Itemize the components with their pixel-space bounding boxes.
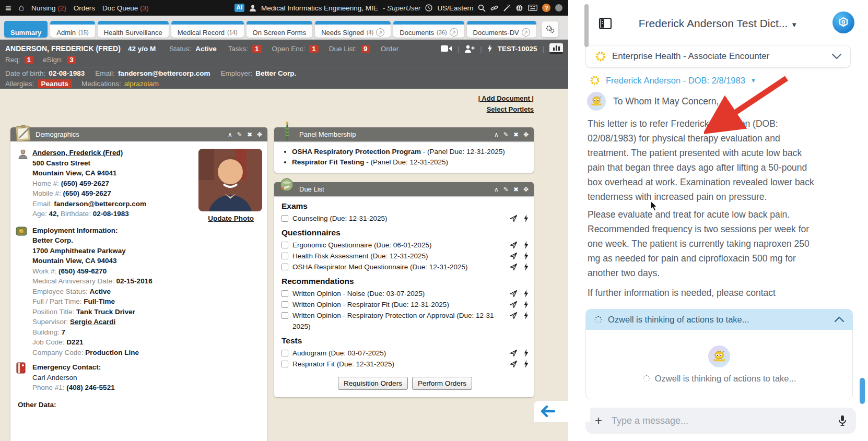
add-person-icon[interactable] bbox=[464, 45, 475, 53]
send-order-icon[interactable] bbox=[510, 360, 518, 368]
update-photo-link[interactable]: Update Photo bbox=[208, 213, 254, 224]
search-icon[interactable] bbox=[478, 4, 486, 12]
supervisor-link[interactable]: Sergio Acardi bbox=[70, 318, 115, 326]
checkbox[interactable] bbox=[281, 253, 288, 259]
attach-plus-icon[interactable]: + bbox=[595, 414, 602, 427]
video-call-icon[interactable] bbox=[441, 45, 452, 52]
external-link-icon[interactable]: ↗ bbox=[450, 28, 458, 37]
perform-order-icon[interactable] bbox=[524, 214, 529, 222]
patient-name[interactable]: ANDERSON, FREDERICK (FRED) bbox=[5, 44, 121, 53]
keyboard-icon[interactable] bbox=[528, 5, 537, 11]
patient-demographics-name[interactable]: Anderson, Frederick (Fred) bbox=[32, 148, 146, 158]
ozwell-logo[interactable] bbox=[832, 11, 854, 33]
wand-icon[interactable] bbox=[503, 4, 511, 12]
nav-item-doc-queue[interactable]: Doc Queue (3) bbox=[102, 4, 149, 12]
perform-order-icon[interactable] bbox=[524, 290, 529, 297]
microphone-icon[interactable] bbox=[838, 415, 847, 426]
req-count-badge[interactable]: 1 bbox=[25, 56, 34, 64]
due-list-header[interactable]: Due List ∧ ✎ ✖ ✥ bbox=[274, 182, 534, 196]
chat-scrollbar-thumb[interactable] bbox=[860, 378, 865, 404]
collapse-icon[interactable]: ∧ bbox=[494, 131, 499, 138]
tab-needs-signed[interactable]: Needs Signed(4)↗ bbox=[315, 21, 391, 38]
help-icon[interactable]: ? bbox=[542, 4, 550, 12]
tasks-count-badge[interactable]: 1 bbox=[252, 45, 262, 53]
tab-summary[interactable]: Summary bbox=[4, 21, 48, 38]
checkbox[interactable] bbox=[281, 264, 288, 270]
close-icon[interactable]: ✖ bbox=[513, 186, 519, 193]
move-icon[interactable]: ✥ bbox=[523, 131, 529, 138]
conversation-title[interactable]: Frederick Anderson Test Dict...▼ bbox=[568, 17, 868, 30]
collapse-icon[interactable]: ∧ bbox=[494, 186, 499, 193]
requisition-orders-button[interactable]: Requisition Orders bbox=[338, 377, 408, 390]
flowsheet-chart-icon[interactable] bbox=[549, 43, 563, 54]
send-order-icon[interactable] bbox=[510, 263, 518, 271]
move-icon[interactable]: ✥ bbox=[523, 186, 529, 193]
esign-count-badge[interactable]: 3 bbox=[67, 56, 76, 64]
edit-icon[interactable]: ✎ bbox=[237, 131, 242, 138]
perform-order-icon[interactable] bbox=[524, 301, 529, 308]
hamburger-menu-icon[interactable]: ≡ bbox=[5, 3, 11, 13]
nav-item-orders[interactable]: Orders bbox=[74, 4, 95, 12]
perform-orders-button[interactable]: Perform Orders bbox=[412, 377, 472, 390]
globe-icon[interactable] bbox=[515, 4, 523, 12]
chart-tab-bar: Summary Admin(15) Health Surveillance Me… bbox=[0, 16, 568, 40]
send-order-icon[interactable] bbox=[510, 290, 518, 297]
tab-documents[interactable]: Documents(36)↗ bbox=[393, 21, 464, 38]
perform-order-icon[interactable] bbox=[524, 241, 529, 249]
patient-context-link[interactable]: Frederick Anderson - DOB: 2/8/1983 ▼ bbox=[589, 75, 756, 86]
home-icon[interactable]: ⌂ bbox=[19, 3, 24, 13]
open-enc-count-badge[interactable]: 1 bbox=[309, 45, 319, 53]
thinking-card-header[interactable]: Ozwell is thinking of actions to take... bbox=[585, 309, 853, 330]
checkbox[interactable] bbox=[281, 350, 288, 356]
nav-item-nursing[interactable]: Nursing (2) bbox=[31, 4, 66, 12]
panel-membership-header[interactable]: Panel Membership ∧ ✎ ✖ ✥ bbox=[274, 127, 534, 141]
tab-settings-button[interactable] bbox=[541, 21, 559, 38]
message-input[interactable] bbox=[612, 415, 829, 426]
select-portlets-link[interactable]: Select Portlets bbox=[478, 104, 534, 115]
tab-on-screen-forms[interactable]: On Screen Forms bbox=[247, 21, 313, 38]
send-order-icon[interactable] bbox=[510, 301, 518, 308]
allergy-badge[interactable]: Peanuts bbox=[38, 79, 73, 88]
send-order-icon[interactable] bbox=[510, 214, 518, 222]
close-icon[interactable]: ✖ bbox=[513, 131, 519, 138]
collapse-icon[interactable]: ∧ bbox=[228, 131, 232, 138]
tab-admin[interactable]: Admin(15) bbox=[50, 21, 95, 38]
checkbox[interactable] bbox=[281, 312, 288, 319]
checkbox[interactable] bbox=[281, 242, 288, 248]
perform-order-icon[interactable] bbox=[524, 360, 529, 368]
demographics-header[interactable]: Demographics ∧ ✎ ✖ ✥ bbox=[10, 127, 267, 141]
send-order-icon[interactable] bbox=[510, 312, 518, 319]
collapse-panel-tab[interactable] bbox=[534, 401, 590, 422]
move-icon[interactable]: ✥ bbox=[257, 131, 262, 138]
chevron-up-icon[interactable] bbox=[834, 316, 844, 323]
order-link[interactable]: Order bbox=[381, 45, 399, 53]
send-order-icon[interactable] bbox=[510, 241, 518, 249]
perform-order-icon[interactable] bbox=[524, 252, 529, 260]
link-icon[interactable] bbox=[490, 4, 498, 12]
encounter-card[interactable]: Enterprise Health - Associate Encounter bbox=[585, 45, 851, 68]
checkbox[interactable] bbox=[281, 301, 288, 308]
send-order-icon[interactable] bbox=[510, 349, 518, 357]
send-order-icon[interactable] bbox=[510, 252, 518, 260]
checkbox[interactable] bbox=[281, 215, 288, 222]
due-list-count-badge[interactable]: 9 bbox=[361, 45, 370, 53]
quick-action-bolt-icon[interactable] bbox=[487, 44, 492, 53]
tab-documents-dv[interactable]: Documents-DV↗ bbox=[467, 21, 536, 38]
perform-order-icon[interactable] bbox=[524, 263, 529, 271]
chevron-down-icon[interactable] bbox=[831, 53, 842, 59]
edit-icon[interactable]: ✎ bbox=[503, 131, 509, 138]
close-icon[interactable]: ✖ bbox=[247, 131, 252, 138]
perform-order-icon[interactable] bbox=[524, 349, 529, 357]
medication-value[interactable]: alprazolam bbox=[124, 80, 159, 88]
edit-icon[interactable]: ✎ bbox=[503, 186, 509, 193]
tab-health-surveillance[interactable]: Health Surveillance bbox=[98, 21, 169, 38]
tab-medical-record[interactable]: Medical Record(14) bbox=[171, 21, 244, 38]
add-document-link[interactable]: | Add Document | bbox=[478, 93, 534, 104]
external-link-icon[interactable]: ↗ bbox=[376, 28, 384, 37]
external-link-icon[interactable]: ↗ bbox=[522, 28, 530, 37]
ai-badge[interactable]: AI bbox=[234, 4, 245, 12]
checkbox[interactable] bbox=[281, 290, 288, 297]
frame-scrollbar-thumb[interactable] bbox=[584, 4, 589, 47]
perform-order-icon[interactable] bbox=[524, 312, 529, 319]
checkbox[interactable] bbox=[281, 361, 288, 367]
